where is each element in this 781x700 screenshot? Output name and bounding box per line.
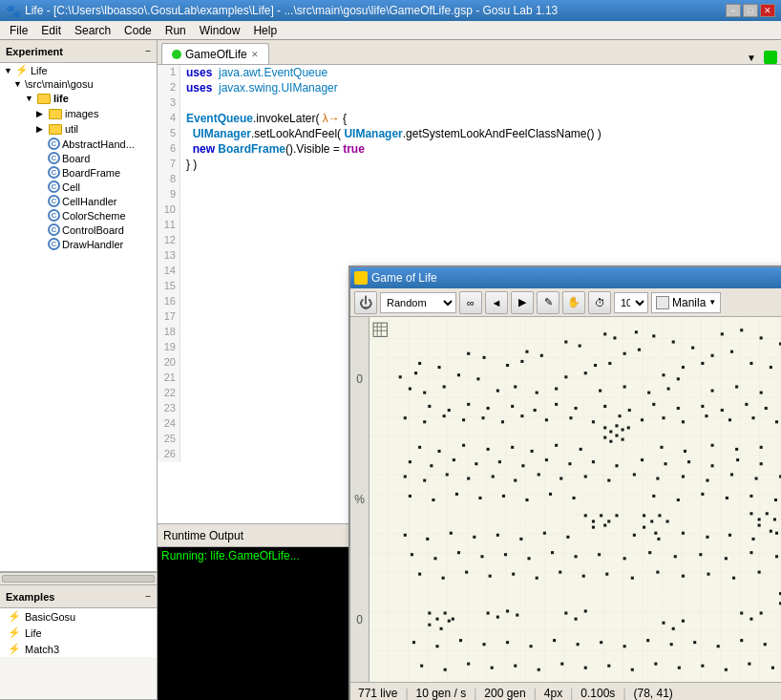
svg-rect-89 — [457, 373, 460, 376]
example-match3[interactable]: ⚡ Match3 — [0, 641, 157, 657]
svg-rect-365 — [654, 663, 657, 666]
gol-speed-select[interactable]: 100 — [614, 292, 648, 313]
menu-file[interactable]: File — [4, 22, 33, 39]
svg-rect-375 — [650, 520, 653, 522]
project-tree[interactable]: ▼ ⚡ Life ▼ \src\main\gosu ▼ life ▶ — [0, 63, 157, 572]
tab-gameooflife[interactable]: GameOfLife ✕ — [161, 43, 269, 64]
svg-rect-188 — [409, 460, 412, 463]
gol-canvas-area: 0 % 0 — [350, 317, 781, 682]
gol-infinite-btn[interactable]: ∞ — [459, 291, 482, 314]
gol-draw-btn[interactable]: ✎ — [537, 291, 559, 314]
svg-rect-389 — [770, 530, 772, 533]
gol-svg — [369, 317, 781, 682]
code-line-8: 8 — [158, 172, 781, 187]
tree-label-abstracthand: AbstractHand... — [62, 138, 135, 150]
tree-item-cellhandler[interactable]: C CellHandler — [0, 194, 157, 208]
svg-rect-101 — [496, 390, 499, 392]
svg-rect-92 — [584, 371, 587, 374]
class-icon-drawhandler: C — [48, 238, 60, 250]
svg-rect-307 — [758, 571, 761, 574]
svg-rect-328 — [682, 620, 685, 623]
svg-rect-134 — [701, 405, 704, 408]
tree-item-life[interactable]: ▼ ⚡ Life — [0, 63, 157, 77]
svg-rect-110 — [735, 385, 738, 388]
tree-item-life-folder[interactable]: ▼ life — [0, 91, 157, 106]
code-line-13: 13 — [158, 248, 781, 264]
svg-rect-342 — [577, 643, 580, 646]
tree-label-util: util — [65, 123, 78, 135]
example-life[interactable]: ⚡ Life — [0, 625, 157, 641]
svg-rect-313 — [435, 618, 438, 621]
close-button[interactable]: ✕ — [760, 4, 775, 17]
menu-window[interactable]: Window — [194, 22, 246, 39]
svg-rect-280 — [551, 551, 554, 554]
svg-rect-340 — [530, 645, 533, 647]
tree-item-cell[interactable]: C Cell — [0, 180, 157, 194]
tree-item-abstracthand[interactable]: C AbstractHand... — [0, 137, 157, 151]
svg-rect-129 — [575, 407, 578, 410]
tab-dropdown-btn[interactable]: ▼ — [743, 53, 760, 63]
experiment-label: Experiment — [6, 46, 63, 57]
svg-rect-363 — [607, 665, 610, 668]
gol-power-btn[interactable]: ⏻ — [354, 291, 377, 314]
menu-code[interactable]: Code — [118, 22, 158, 39]
menu-help[interactable]: Help — [247, 22, 283, 39]
gol-back-btn[interactable]: ◄ — [485, 291, 508, 314]
svg-rect-199 — [665, 462, 667, 465]
code-line-11: 11 — [158, 218, 781, 233]
svg-rect-346 — [670, 643, 673, 646]
sidebar-val-2: 0 — [356, 613, 363, 626]
minimize-button[interactable]: − — [726, 4, 741, 17]
menu-run[interactable]: Run — [159, 22, 192, 39]
gol-hand-btn[interactable]: ✋ — [562, 291, 585, 314]
code-line-3: 3 — [158, 95, 781, 111]
svg-rect-281 — [575, 555, 578, 558]
tree-item-controlboard[interactable]: C ControlBoard — [0, 223, 157, 237]
gol-step-btn[interactable]: ▶ — [511, 291, 534, 314]
experiment-header: Experiment − — [0, 40, 157, 63]
code-line-7: 7 } ) — [158, 157, 781, 172]
tree-scrollbar[interactable] — [0, 572, 157, 585]
tree-item-images[interactable]: ▶ images — [0, 106, 157, 121]
svg-rect-91 — [564, 375, 567, 378]
tree-label-cell: Cell — [62, 181, 80, 193]
svg-rect-261 — [519, 538, 522, 541]
svg-rect-228 — [706, 479, 708, 482]
svg-rect-190 — [453, 458, 455, 461]
example-label-basicgosu: BasicGosu — [25, 611, 75, 623]
svg-rect-268 — [728, 534, 731, 537]
examples-collapse-btn[interactable]: − — [145, 591, 151, 602]
svg-rect-226 — [656, 477, 659, 480]
svg-rect-128 — [555, 403, 558, 406]
tree-item-src[interactable]: ▼ \src\main\gosu — [0, 77, 157, 91]
status-sep-2: | — [474, 687, 476, 700]
tab-close-btn[interactable]: ✕ — [251, 50, 259, 59]
main-layout: Experiment − ▼ ⚡ Life ▼ \src\main\gosu ▼ — [0, 40, 781, 700]
tree-item-colorscheme[interactable]: C ColorScheme — [0, 208, 157, 223]
svg-rect-62 — [672, 340, 675, 343]
menu-search[interactable]: Search — [69, 22, 116, 39]
gol-color-btn[interactable]: Manila ▼ — [651, 292, 721, 313]
svg-rect-347 — [693, 641, 696, 644]
tree-item-util[interactable]: ▶ util — [0, 121, 157, 137]
lightning-icon-basicgosu: ⚡ — [8, 610, 21, 623]
gol-pattern-select[interactable]: Random — [380, 292, 456, 313]
class-icon-cell: C — [48, 180, 60, 193]
svg-rect-285 — [674, 555, 677, 558]
svg-rect-298 — [536, 577, 538, 580]
menu-edit[interactable]: Edit — [35, 22, 67, 39]
svg-rect-239 — [409, 495, 412, 498]
maximize-button[interactable]: □ — [743, 4, 758, 17]
svg-rect-345 — [646, 639, 649, 642]
tree-item-boardframe[interactable]: C BoardFrame — [0, 165, 157, 180]
gol-game-canvas[interactable] — [369, 317, 781, 682]
class-icon-boardframe: C — [48, 166, 60, 179]
svg-rect-299 — [559, 571, 561, 574]
svg-rect-250 — [726, 497, 728, 499]
svg-rect-98 — [409, 388, 412, 391]
example-basicgosu[interactable]: ⚡ BasicGosu — [0, 608, 157, 625]
tree-item-board[interactable]: C Board — [0, 151, 157, 165]
svg-rect-180 — [660, 446, 663, 449]
tree-item-drawhandler[interactable]: C DrawHandler — [0, 237, 157, 251]
experiment-collapse-btn[interactable]: − — [145, 46, 151, 56]
